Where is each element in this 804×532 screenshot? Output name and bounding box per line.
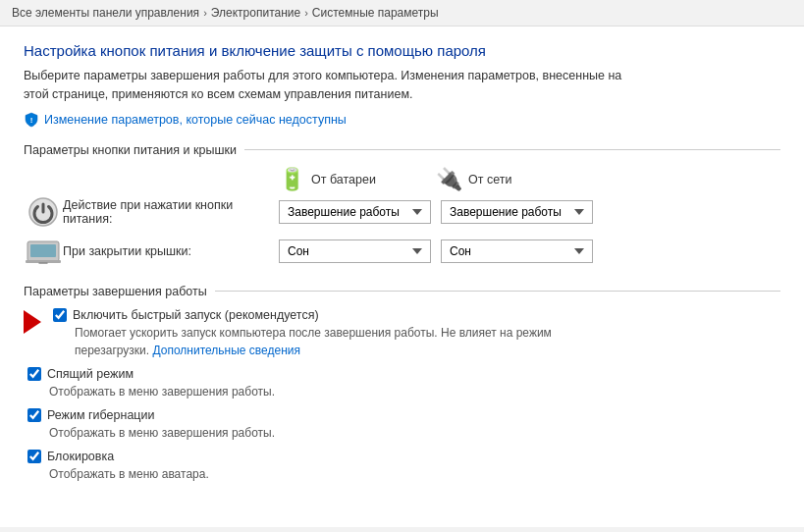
power-button-icon bbox=[24, 196, 63, 228]
sleep-checkbox[interactable] bbox=[27, 367, 41, 381]
lid-battery-dropdown-wrapper[interactable]: Сон Завершение работы Режим гибернации Н… bbox=[279, 239, 431, 263]
lid-close-row: При закрытии крышки: Сон Завершение рабо… bbox=[24, 238, 780, 265]
section2-header: Параметры завершения работы bbox=[24, 285, 780, 298]
unavailable-params-link[interactable]: ! Изменение параметров, которые сейчас н… bbox=[24, 112, 780, 128]
power-battery-select[interactable]: Завершение работы Сон Режим гибернации Н… bbox=[279, 200, 431, 224]
fast-startup-desc: Помогает ускорить запуск компьютера посл… bbox=[75, 324, 552, 359]
power-table: 🔋 От батареи 🔌 От сети Действие при нажа… bbox=[24, 167, 780, 265]
lock-label[interactable]: Блокировка bbox=[47, 450, 114, 463]
network-col-header: 🔌 От сети bbox=[436, 167, 593, 192]
lock-checkbox-row[interactable]: Блокировка bbox=[27, 450, 780, 463]
sleep-desc: Отображать в меню завершения работы. bbox=[49, 383, 780, 400]
lock-desc: Отображать в меню аватара. bbox=[49, 465, 780, 483]
breadcrumb-item-2[interactable]: Электропитание bbox=[211, 6, 300, 20]
page-title: Настройка кнопок питания и включение защ… bbox=[24, 42, 780, 59]
column-headers: 🔋 От батареи 🔌 От сети bbox=[279, 167, 780, 192]
breadcrumb-item-1[interactable]: Все элементы панели управления bbox=[12, 6, 199, 20]
power-button-row: Действие при нажатии кнопки питания: Зав… bbox=[24, 196, 780, 228]
hibernate-checkbox[interactable] bbox=[27, 408, 41, 422]
section1-header: Параметры кнопки питания и крышки bbox=[24, 143, 780, 157]
power-network-select[interactable]: Завершение работы Сон Режим гибернации Н… bbox=[441, 200, 593, 224]
page-description: Выберите параметры завершения работы для… bbox=[24, 67, 691, 104]
lid-icon bbox=[24, 238, 63, 265]
breadcrumb-sep-1: › bbox=[203, 7, 207, 19]
fast-startup-link[interactable]: Дополнительные сведения bbox=[152, 344, 299, 357]
shield-icon: ! bbox=[24, 112, 39, 128]
power-network-dropdown-wrapper[interactable]: Завершение работы Сон Режим гибернации Н… bbox=[441, 200, 593, 224]
power-battery-dropdown-wrapper[interactable]: Завершение работы Сон Режим гибернации Н… bbox=[279, 200, 431, 224]
sleep-label[interactable]: Спящий режим bbox=[47, 367, 134, 381]
plug-icon: 🔌 bbox=[436, 167, 462, 192]
lid-close-label: При закрытии крышки: bbox=[63, 244, 279, 258]
lid-network-select[interactable]: Сон Завершение работы Режим гибернации Н… bbox=[441, 239, 593, 263]
fast-startup-checkbox-row[interactable]: Включить быстрый запуск (рекомендуется) bbox=[53, 308, 552, 322]
main-content: Настройка кнопок питания и включение защ… bbox=[0, 27, 804, 527]
fast-startup-row: Включить быстрый запуск (рекомендуется) … bbox=[24, 308, 780, 367]
lock-checkbox-item: Блокировка Отображать в меню аватара. bbox=[24, 450, 780, 483]
battery-col-header: 🔋 От батареи bbox=[279, 167, 436, 192]
red-arrow-indicator bbox=[24, 308, 49, 334]
svg-rect-3 bbox=[30, 244, 56, 257]
shutdown-section: Включить быстрый запуск (рекомендуется) … bbox=[24, 308, 780, 483]
fast-startup-checkbox[interactable] bbox=[53, 308, 67, 322]
fast-startup-checkbox-item: Включить быстрый запуск (рекомендуется) … bbox=[49, 308, 552, 359]
breadcrumb: Все элементы панели управления › Электро… bbox=[0, 0, 804, 27]
power-button-label: Действие при нажатии кнопки питания: bbox=[63, 198, 279, 226]
breadcrumb-sep-2: › bbox=[304, 7, 308, 19]
hibernate-label[interactable]: Режим гибернации bbox=[47, 408, 154, 422]
svg-text:!: ! bbox=[30, 116, 33, 125]
hibernate-desc: Отображать в меню завершения работы. bbox=[49, 424, 780, 442]
lid-network-dropdown-wrapper[interactable]: Сон Завершение работы Режим гибернации Н… bbox=[441, 239, 593, 263]
battery-icon: 🔋 bbox=[279, 167, 305, 192]
sleep-checkbox-item: Спящий режим Отображать в меню завершени… bbox=[24, 367, 780, 400]
hibernate-checkbox-item: Режим гибернации Отображать в меню завер… bbox=[24, 408, 780, 442]
lock-checkbox[interactable] bbox=[27, 450, 41, 463]
hibernate-checkbox-row[interactable]: Режим гибернации bbox=[27, 408, 780, 422]
breadcrumb-item-3: Системные параметры bbox=[312, 6, 439, 20]
fast-startup-label[interactable]: Включить быстрый запуск (рекомендуется) bbox=[73, 308, 319, 322]
sleep-checkbox-row[interactable]: Спящий режим bbox=[27, 367, 780, 381]
lid-battery-select[interactable]: Сон Завершение работы Режим гибернации Н… bbox=[279, 239, 431, 263]
